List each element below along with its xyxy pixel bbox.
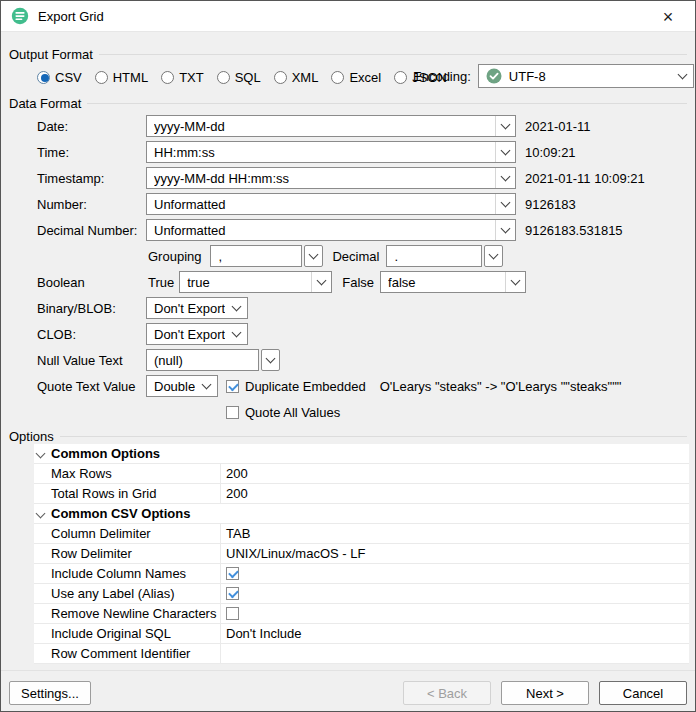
data-format-section: Date: yyyy-MM-dd 2021-01-11 Time: HH:mm:…: [1, 113, 695, 425]
date-format-row: Date: yyyy-MM-dd 2021-01-11: [1, 113, 695, 139]
tree-group-common-options[interactable]: Common Options: [34, 444, 689, 464]
decimal-number-label: Decimal Number:: [37, 223, 146, 238]
null-value-input[interactable]: (null): [146, 349, 280, 371]
tree-row-label: Use any Label (Alias): [51, 584, 221, 603]
number-sample: 9126183: [525, 197, 576, 212]
number-format-select[interactable]: Unformatted: [146, 193, 516, 215]
data-format-group-label: Data Format: [9, 96, 81, 111]
tree-row-value[interactable]: 200: [221, 466, 248, 481]
options-tree: Common Options Max Rows 200 Total Rows i…: [34, 444, 689, 664]
tree-row-max-rows[interactable]: Max Rows 200: [34, 464, 689, 484]
radio-html[interactable]: HTML: [95, 70, 148, 85]
radio-icon: [161, 71, 174, 84]
options-group-header: Options: [9, 428, 687, 444]
next-button[interactable]: Next >: [501, 681, 589, 705]
tree-row-use-any-label[interactable]: Use any Label (Alias): [34, 584, 689, 604]
tree-row-label: Max Rows: [51, 464, 221, 483]
grid-export-icon: [11, 7, 29, 25]
date-sample: 2021-01-11: [525, 119, 591, 134]
tree-row-value[interactable]: TAB: [221, 526, 250, 541]
group-divider-line: [87, 103, 687, 104]
output-format-group-label: Output Format: [9, 47, 93, 62]
quote-style-select[interactable]: Double: [146, 375, 218, 397]
binary-blob-select[interactable]: Don't Export: [146, 297, 248, 319]
tree-row-value[interactable]: 200: [221, 486, 248, 501]
duplicate-embedded-checkbox[interactable]: Duplicate Embedded: [226, 379, 366, 394]
checkbox-icon[interactable]: [226, 567, 239, 580]
tree-row-label: Total Rows in Grid: [51, 484, 221, 503]
radio-txt-label: TXT: [179, 70, 204, 85]
radio-txt[interactable]: TXT: [161, 70, 204, 85]
radio-icon: [274, 71, 287, 84]
tree-row-label: Row Comment Identifier: [51, 644, 221, 663]
encoding-label: Encoding:: [413, 69, 471, 84]
date-format-select[interactable]: yyyy-MM-dd: [146, 115, 516, 137]
tree-row-total-rows[interactable]: Total Rows in Grid 200: [34, 484, 689, 504]
chevron-down-icon[interactable]: [304, 245, 323, 267]
chevron-down-icon: [195, 376, 217, 396]
chevron-down-icon[interactable]: [36, 449, 46, 459]
chevron-down-icon[interactable]: [484, 245, 503, 267]
quote-text-label: Quote Text Value: [37, 379, 146, 394]
quote-all-values-label: Quote All Values: [245, 405, 340, 420]
window-title: Export Grid: [38, 9, 104, 24]
grouping-separator-select[interactable]: ,: [210, 245, 323, 267]
cancel-button[interactable]: Cancel: [599, 681, 687, 705]
tree-row-include-column-names[interactable]: Include Column Names: [34, 564, 689, 584]
encoding-select[interactable]: UTF-8: [478, 64, 694, 88]
grouping-decimal-row: Grouping , Decimal .: [1, 243, 695, 269]
binary-blob-row: Binary/BLOB: Don't Export: [1, 295, 695, 321]
radio-sql[interactable]: SQL: [217, 70, 261, 85]
settings-button[interactable]: Settings...: [9, 681, 91, 705]
tree-row-remove-newline[interactable]: Remove Newline Characters: [34, 604, 689, 624]
encoding-value: UTF-8: [509, 69, 546, 84]
quote-example-text: O'Learys "steaks" -> "O'Learys ""steaks"…: [380, 379, 622, 394]
decimal-separator-select[interactable]: .: [386, 245, 503, 267]
radio-excel[interactable]: Excel: [331, 70, 381, 85]
checkbox-icon[interactable]: [226, 607, 239, 620]
timestamp-format-select[interactable]: yyyy-MM-dd HH:mm:ss: [146, 167, 516, 189]
clob-select[interactable]: Don't Export: [146, 323, 248, 345]
number-format-value: Unformatted: [154, 197, 226, 212]
time-format-value: HH:mm:ss: [154, 145, 215, 160]
quote-all-values-checkbox[interactable]: Quote All Values: [226, 405, 340, 420]
data-format-group-header: Data Format: [9, 95, 687, 111]
radio-xml[interactable]: XML: [274, 70, 319, 85]
radio-icon: [37, 71, 50, 84]
tree-row-value[interactable]: Don't Include: [221, 626, 301, 641]
time-format-select[interactable]: HH:mm:ss: [146, 141, 516, 163]
timestamp-sample: 2021-01-11 10:09:21: [525, 171, 645, 186]
grouping-value: ,: [218, 249, 222, 264]
tree-row-row-delimiter[interactable]: Row Delimiter UNIX/Linux/macOS - LF: [34, 544, 689, 564]
tree-row-label: Column Delimiter: [51, 524, 221, 543]
decimal-number-format-select[interactable]: Unformatted: [146, 219, 516, 241]
tree-row-column-delimiter[interactable]: Column Delimiter TAB: [34, 524, 689, 544]
null-value-label: Null Value Text: [37, 353, 146, 368]
boolean-false-select[interactable]: false: [380, 271, 526, 293]
tree-row-row-comment-identifier[interactable]: Row Comment Identifier: [34, 644, 689, 664]
radio-csv[interactable]: CSV: [37, 70, 82, 85]
tree-group-label: Common Options: [51, 446, 160, 461]
chevron-down-icon[interactable]: [36, 509, 46, 519]
chevron-down-icon: [495, 220, 515, 240]
tree-group-common-csv-options[interactable]: Common CSV Options: [34, 504, 689, 524]
group-divider-line: [99, 54, 687, 55]
chevron-down-icon: [495, 116, 515, 136]
boolean-true-select[interactable]: true: [179, 271, 332, 293]
back-button: < Back: [403, 681, 491, 705]
binary-blob-label: Binary/BLOB:: [37, 301, 146, 316]
checkbox-icon[interactable]: [226, 587, 239, 600]
quote-text-row: Quote Text Value Double Duplicate Embedd…: [1, 373, 695, 399]
time-label: Time:: [37, 145, 146, 160]
chevron-down-icon: [505, 272, 525, 292]
close-icon[interactable]: ×: [655, 5, 681, 29]
decimal-number-format-row: Decimal Number: Unformatted 9126183.5318…: [1, 217, 695, 243]
radio-xml-label: XML: [292, 70, 319, 85]
chevron-down-icon[interactable]: [261, 349, 280, 371]
radio-sql-label: SQL: [235, 70, 261, 85]
null-value-row: Null Value Text (null): [1, 347, 695, 373]
tree-row-include-original-sql[interactable]: Include Original SQL Don't Include: [34, 624, 689, 644]
tree-row-value[interactable]: UNIX/Linux/macOS - LF: [221, 546, 365, 561]
export-grid-dialog: Export Grid × Output Format CSV HTML TXT…: [0, 0, 696, 712]
tree-row-label: Include Column Names: [51, 564, 221, 583]
